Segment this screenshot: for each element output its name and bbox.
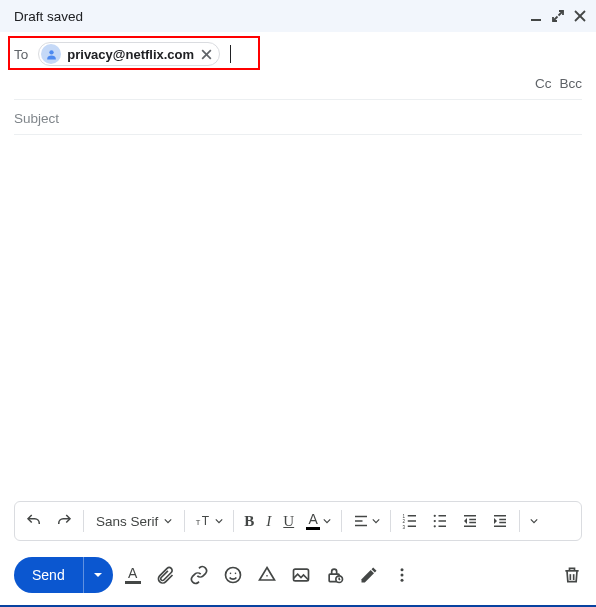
svg-text:3: 3 [403,525,406,530]
caret-down-icon [164,517,172,525]
bold-button[interactable]: B [238,505,260,537]
font-family-label: Sans Serif [96,514,158,529]
emoji-icon[interactable] [223,565,243,585]
svg-point-32 [229,573,231,575]
svg-point-34 [266,575,268,577]
more-vert-icon[interactable] [393,566,411,584]
list-numbered-icon[interactable]: 123 [395,505,425,537]
chip-email: privacy@netflix.com [67,47,194,62]
cc-button[interactable]: Cc [535,76,552,91]
expand-icon[interactable] [552,10,564,22]
align-icon[interactable] [346,505,386,537]
send-button[interactable]: Send [14,557,83,593]
separator [341,510,342,532]
recipient-chip[interactable]: privacy@netflix.com [38,42,220,66]
text-cursor [230,45,231,63]
attach-icon[interactable] [155,565,175,585]
text-color-button[interactable]: A [300,505,337,537]
italic-button[interactable]: I [260,505,277,537]
lock-clock-icon[interactable] [325,565,345,585]
indent-decrease-icon[interactable] [455,505,485,537]
svg-text:T: T [196,518,201,527]
subject-row [0,100,596,134]
text-size-icon[interactable]: TT [189,505,229,537]
caret-down-icon [372,517,380,525]
svg-text:2: 2 [403,519,406,524]
bottom-toolbar: Send A [0,551,596,607]
window-controls [530,10,586,22]
link-icon[interactable] [189,565,209,585]
redo-icon[interactable] [49,505,79,537]
to-row[interactable]: To privacy@netflix.com [0,32,596,72]
caret-down-icon [215,517,223,525]
bcc-button[interactable]: Bcc [559,76,582,91]
format-toggle-icon[interactable]: A [125,566,141,584]
subject-input[interactable] [14,111,582,126]
svg-point-3 [49,50,53,54]
svg-point-40 [400,579,403,582]
undo-icon[interactable] [19,505,49,537]
underline-button[interactable]: U [277,505,300,537]
separator [184,510,185,532]
font-family-select[interactable]: Sans Serif [88,505,180,537]
minimize-icon[interactable] [530,10,542,22]
svg-text:T: T [202,514,210,528]
separator [83,510,84,532]
message-body[interactable] [0,135,596,501]
svg-point-38 [400,568,403,571]
svg-point-18 [434,520,436,522]
more-format-icon[interactable] [524,505,544,537]
send-group: Send [14,557,113,593]
list-bulleted-icon[interactable] [425,505,455,537]
caret-down-icon [323,517,331,525]
pen-icon[interactable] [359,565,379,585]
svg-text:1: 1 [403,514,406,519]
separator [519,510,520,532]
photo-icon[interactable] [291,565,311,585]
svg-point-19 [434,525,436,527]
svg-point-17 [434,515,436,517]
svg-point-33 [234,573,236,575]
separator [233,510,234,532]
cc-bcc-row: Cc Bcc [0,72,596,99]
person-icon [41,44,61,64]
to-label: To [14,47,28,62]
svg-point-39 [400,574,403,577]
send-options-button[interactable] [83,557,113,593]
formatting-toolbar: Sans Serif TT B I U A 123 [14,501,582,541]
close-icon[interactable] [574,10,586,22]
separator [390,510,391,532]
drive-icon[interactable] [257,565,277,585]
indent-increase-icon[interactable] [485,505,515,537]
header-title: Draft saved [14,9,83,24]
compose-header: Draft saved [0,0,596,32]
svg-point-31 [225,568,240,583]
trash-icon[interactable] [562,565,582,585]
chip-remove-icon[interactable] [200,48,213,61]
